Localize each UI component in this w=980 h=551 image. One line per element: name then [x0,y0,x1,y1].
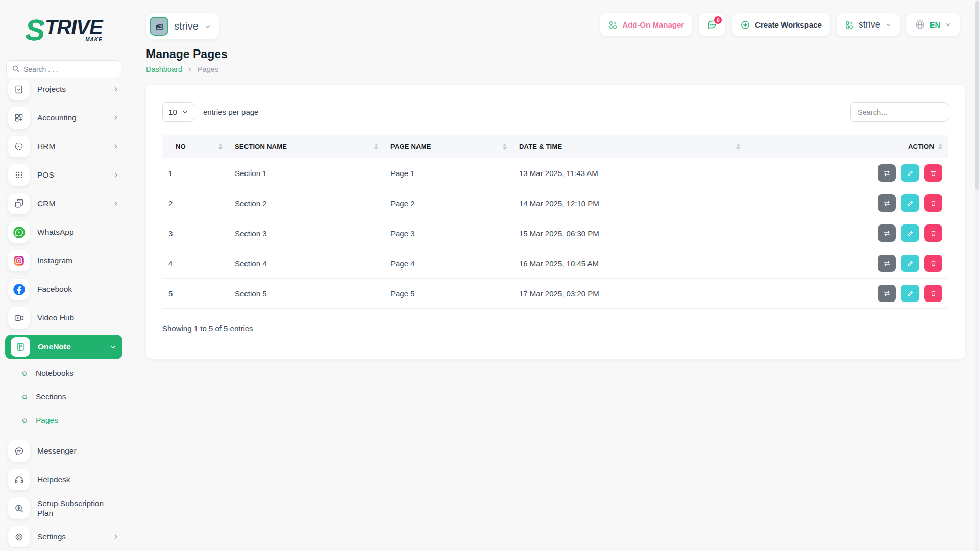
chevron-right-icon [112,86,119,93]
pencil-icon [906,290,914,297]
search-icon [11,64,20,75]
pencil-icon [906,230,914,237]
table-row: 1 Section 1 Page 1 13 Mar 2025, 11:43 AM [162,158,948,188]
sidebar-item-facebook[interactable]: Facebook [0,275,128,304]
chevron-down-icon [945,21,951,28]
delete-button[interactable] [924,194,942,212]
sidebar-item-settings[interactable]: Settings [0,522,128,548]
edit-button[interactable] [901,164,919,182]
language-dropdown[interactable]: EN [906,13,960,36]
chevron-right-icon [112,533,119,540]
edit-button[interactable] [901,224,919,242]
scrollbar-track[interactable] [975,0,979,551]
chat-button[interactable]: 0 [699,13,725,36]
sort-icon [736,144,740,150]
trash-icon [929,199,937,207]
entries-per-page-label: entries per page [203,108,258,116]
sidebar-item-video-hub[interactable]: Video Hub [0,304,128,332]
cell-date-time: 16 Mar 2025, 10:45 AM [513,259,872,268]
move-button[interactable] [878,285,896,302]
delete-button[interactable] [924,224,942,242]
headset-icon [8,469,30,490]
move-button[interactable] [878,164,896,182]
chevron-down-icon [204,23,211,30]
trash-icon [929,260,937,267]
sidebar-item-instagram[interactable]: Instagram [0,246,128,275]
workspace-selector[interactable]: strive [146,13,219,39]
gear-icon [8,526,30,547]
language-code: EN [930,21,940,29]
sidebar-item-sections[interactable]: Sections [0,385,128,409]
brand-name: TRIVE [45,18,103,36]
sidebar-item-setup-subscription-plan[interactable]: Setup Subscription Plan [0,494,128,522]
sort-icon [503,144,507,150]
trash-icon [929,290,937,297]
table-row: 3 Section 3 Page 3 15 Mar 2025, 06:30 PM [162,218,948,248]
cell-section-name: Section 1 [229,169,384,178]
scrollbar-thumb[interactable] [975,1,979,190]
sidebar-item-pages[interactable]: Pages [0,409,128,432]
sidebar-item-projects[interactable]: Projects [0,80,128,104]
sidebar-item-pos[interactable]: POS [0,161,128,189]
workspace-dropdown[interactable]: strive [837,13,900,36]
chevron-down-icon [885,21,892,28]
create-workspace-button[interactable]: Create Workspace [732,13,830,36]
move-button[interactable] [878,194,896,212]
cell-no: 2 [162,199,229,208]
sidebar-item-notebooks[interactable]: Notebooks [0,362,128,385]
chevron-down-icon [109,343,117,351]
sidebar-item-whatsapp[interactable]: WhatsApp [0,218,128,246]
edit-button[interactable] [901,255,919,272]
move-button[interactable] [878,255,896,272]
main-content: strive Add-On Manager 0 [128,0,980,551]
video-camera-icon [8,307,30,329]
pencil-icon [906,260,914,267]
bullet-icon [22,394,28,399]
edit-button[interactable] [901,194,919,212]
cell-date-time: 14 Mar 2025, 12:10 PM [513,199,872,208]
grid-plus-icon [8,107,30,129]
swap-arrows-icon [883,259,891,268]
swap-arrows-icon [883,199,891,208]
sidebar-item-crm[interactable]: CRM [0,189,128,218]
sidebar-menu: Projects Accounting HRM [0,80,128,548]
move-button[interactable] [878,224,896,242]
sidebar-item-hrm[interactable]: HRM [0,132,128,161]
bullet-icon [22,370,28,376]
chevron-right-icon [112,143,119,150]
column-header-section-name[interactable]: SECTION NAME [229,143,384,151]
chevron-down-icon [182,109,188,115]
cell-section-name: Section 2 [229,199,384,208]
chevron-right-icon [112,114,119,121]
cell-date-time: 17 Mar 2025, 03:20 PM [513,289,872,298]
cell-no: 3 [162,229,229,238]
pencil-icon [906,199,914,207]
delete-button[interactable] [924,255,942,272]
column-header-page-name[interactable]: PAGE NAME [384,143,513,151]
entries-per-page-select[interactable]: 10 [162,102,194,122]
sort-icon [374,144,378,150]
table-row: 5 Section 5 Page 5 17 Mar 2025, 03:20 PM [162,279,948,309]
cell-page-name: Page 3 [384,229,513,238]
delete-button[interactable] [924,164,942,182]
sidebar-item-accounting[interactable]: Accounting [0,104,128,132]
sidebar-item-onenote[interactable]: OneNote [5,335,122,359]
add-on-manager-button[interactable]: Add-On Manager [600,13,692,36]
cell-date-time: 13 Mar 2025, 11:43 AM [513,169,872,178]
pages-table-card: 10 entries per page NO SECTION NAME [146,85,965,359]
topbar: strive Add-On Manager 0 [128,0,980,39]
column-header-date-time[interactable]: DATE & TIME [513,143,872,151]
facebook-icon [8,279,30,300]
column-header-action[interactable]: ACTION [872,143,948,151]
column-header-no[interactable]: NO [162,143,229,151]
instagram-icon [8,250,30,271]
edit-button[interactable] [901,285,919,302]
table-search-input[interactable] [850,102,948,122]
sidebar-item-helpdesk[interactable]: Helpdesk [0,465,128,494]
breadcrumb-dashboard-link[interactable]: Dashboard [146,65,182,73]
dots-grid-icon [8,164,30,186]
swap-arrows-icon [883,229,891,238]
sidebar-item-messenger[interactable]: Messenger [0,437,128,465]
delete-button[interactable] [924,285,942,302]
sidebar-search-input[interactable] [6,60,121,78]
